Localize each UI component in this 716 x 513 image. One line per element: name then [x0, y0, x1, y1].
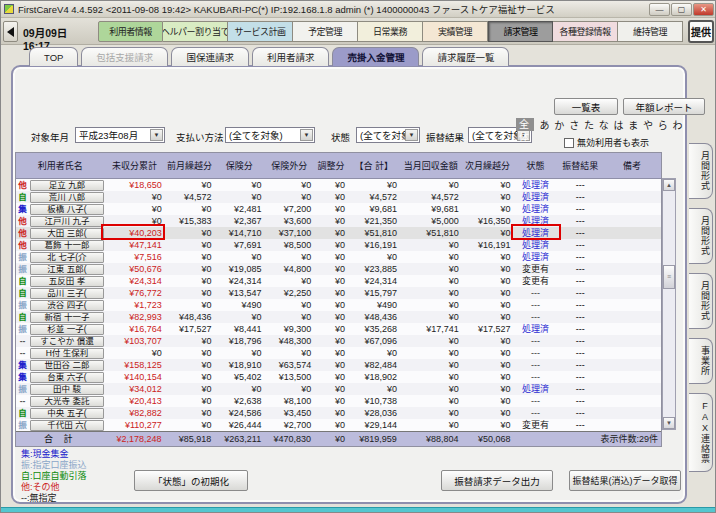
table-row[interactable]: 振渋谷 四子(¥1,723¥0¥490¥0¥0¥490¥0¥0------: [16, 299, 661, 311]
kana-filter-all[interactable]: 全体: [516, 118, 534, 131]
table-row[interactable]: 集世田谷 二郎¥158,125¥0¥18,910¥63,574¥0¥82,484…: [16, 359, 661, 371]
scrollbar-thumb[interactable]: ≡: [663, 265, 675, 289]
kana-filter-ま[interactable]: ま: [626, 117, 641, 132]
user-name-button[interactable]: 大田 三郎(: [30, 228, 104, 239]
provide-mode-button[interactable]: 提供: [688, 20, 714, 43]
toolbar-button-daily-work[interactable]: 日常業務: [358, 21, 423, 42]
tab-riyousha[interactable]: 利用者請求: [252, 47, 330, 66]
kana-filter-た[interactable]: た: [582, 117, 597, 132]
user-name-button[interactable]: 渋谷 四子(: [30, 300, 104, 311]
side-tab-fax[interactable]: FAX連絡票: [689, 393, 713, 472]
side-tab-monthly-1[interactable]: 月間形式: [689, 143, 713, 199]
user-name-button[interactable]: 杉並 一子(: [30, 324, 104, 335]
toolbar-button-registrations[interactable]: 各種登録情報: [553, 21, 618, 42]
user-name-button[interactable]: 江戸川 九子: [30, 216, 104, 227]
scroll-up-icon[interactable]: ▲: [663, 179, 675, 191]
user-name-button[interactable]: 千代田 六(: [30, 420, 104, 431]
transfer-result-cell: ---: [557, 239, 603, 251]
chevron-down-icon[interactable]: ▼: [300, 129, 313, 141]
kana-filter-な[interactable]: な: [596, 117, 611, 132]
note-cell: [603, 275, 661, 287]
side-tab-monthly-3[interactable]: 月間形式: [689, 273, 713, 329]
kana-filter-さ[interactable]: さ: [567, 117, 582, 132]
table-row[interactable]: 自中央 五子(¥82,882¥0¥24,586¥3,450¥0¥28,036¥0…: [16, 407, 661, 419]
transfer-result-import-button[interactable]: 振替結果(消込)データ取得: [569, 470, 681, 491]
table-row[interactable]: 集板橋 八子(¥0¥0¥2,481¥7,200¥0¥9,681¥9,681¥0処…: [16, 203, 661, 215]
table-row[interactable]: 自五反田 孝¥24,314¥0¥24,314¥0¥0¥24,314¥0¥0変更有…: [16, 275, 661, 287]
chevron-down-icon[interactable]: ▼: [405, 129, 418, 141]
user-name-button[interactable]: 台東 六子(: [30, 372, 104, 383]
user-name-button[interactable]: すこやか 償還: [30, 336, 104, 347]
close-button[interactable]: ✕: [693, 3, 714, 16]
adjustment-cell: ¥0: [314, 395, 348, 407]
user-name-button[interactable]: 品川 三子(: [30, 288, 104, 299]
table-row[interactable]: 他葛飾 十一郎¥47,141¥0¥7,691¥8,500¥0¥16,191¥0¥…: [16, 239, 661, 251]
scroll-down-icon[interactable]: ▼: [663, 417, 675, 429]
payment-method-select[interactable]: (全てを対象) ▼: [225, 127, 315, 143]
table-row[interactable]: 自品川 三子(¥76,772¥0¥13,547¥2,250¥0¥15,797¥0…: [16, 287, 661, 299]
table-row[interactable]: 振千代田 六(¥110,277¥0¥26,444¥2,700¥0¥29,144¥…: [16, 419, 661, 431]
toolbar-button-schedule[interactable]: 予定管理: [293, 21, 358, 42]
target-month-select[interactable]: 平成23年08月 ▼: [75, 127, 165, 143]
tab-top[interactable]: TOP: [29, 47, 78, 66]
non-insurance-cell: ¥3,600: [264, 215, 314, 227]
toolbar-button-maintenance[interactable]: 維持管理: [618, 21, 683, 42]
user-name-button[interactable]: 足立 九郎: [30, 180, 104, 191]
toolbar-button-results[interactable]: 実績管理: [423, 21, 488, 42]
user-name-button[interactable]: 板橋 八子(: [30, 204, 104, 215]
user-name-button[interactable]: 葛飾 十一郎: [30, 240, 104, 251]
status-init-button[interactable]: 「状態」の初期化: [134, 470, 248, 491]
collected-cell: ¥4,572: [400, 191, 462, 203]
table-row[interactable]: --H付 生保利¥0¥0¥0¥0¥0¥0¥0¥0------: [16, 347, 661, 359]
user-name-button[interactable]: 中央 五子(: [30, 408, 104, 419]
tab-kokuhoren[interactable]: 国保連請求: [171, 47, 249, 66]
table-row[interactable]: 振田中 駿¥34,012¥0¥0¥0¥0¥0¥0¥0処理済---: [16, 383, 661, 395]
transfer-result-cell: ---: [557, 203, 603, 215]
side-tab-monthly-2[interactable]: 月間形式: [689, 208, 713, 264]
annual-report-button[interactable]: 年額レポート: [623, 98, 705, 115]
user-name-button[interactable]: 北 七子(介: [30, 252, 104, 263]
table-row[interactable]: --大光寺 委託¥20,413¥0¥2,638¥8,100¥0¥10,738¥0…: [16, 395, 661, 407]
kana-filter-あ[interactable]: あ: [537, 117, 552, 132]
user-name-button[interactable]: 世田谷 二郎: [30, 360, 104, 371]
next-carryover-cell: ¥0: [462, 407, 514, 419]
status-cell: ---: [514, 287, 558, 299]
tab-urikake[interactable]: 売掛入金管理: [332, 47, 419, 66]
transfer-request-export-button[interactable]: 振替請求データ出力: [441, 470, 553, 491]
user-name-button[interactable]: 新宿 十一子: [30, 312, 104, 323]
table-row[interactable]: 他足立 九郎¥18,650¥0¥0¥0¥0¥0¥0¥0処理済---: [16, 179, 661, 191]
user-name-button[interactable]: H付 生保利: [30, 348, 104, 359]
table-row[interactable]: 振杉並 一子(¥16,764¥17,527¥8,441¥9,300¥0¥35,2…: [16, 323, 661, 335]
status-filter-select[interactable]: (全てを対象) ▼: [356, 127, 420, 143]
maximize-button[interactable]: ▢: [671, 3, 692, 16]
table-row[interactable]: 自新宿 十一子¥82,993¥48,436¥0¥0¥0¥48,436¥0¥0--…: [16, 311, 661, 323]
side-tab-office[interactable]: 事業所: [689, 338, 713, 384]
table-row[interactable]: 振江東 五郎(¥50,676¥0¥19,085¥4,800¥0¥23,885¥0…: [16, 263, 661, 275]
list-report-button[interactable]: 一覧表: [554, 98, 618, 115]
user-name-button[interactable]: 江東 五郎(: [30, 264, 104, 275]
toolbar-button-user-info[interactable]: 利用者情報: [98, 21, 163, 42]
toolbar-button-service-plan[interactable]: サービス計画: [228, 21, 293, 42]
kana-filter-わ[interactable]: わ: [670, 117, 685, 132]
table-row[interactable]: 振北 七子(介¥7,516¥0¥0¥0¥0¥0¥0¥0処理済---: [16, 251, 661, 263]
user-name-button[interactable]: 大光寺 委託: [30, 396, 104, 407]
chevron-down-icon[interactable]: ▼: [150, 129, 163, 141]
table-scrollbar[interactable]: ▲ ≡ ▼: [662, 178, 676, 430]
status-cell: ---: [514, 299, 558, 311]
toolbar-button-billing[interactable]: 請求管理: [488, 21, 553, 42]
table-row[interactable]: 自荒川 八郎¥0¥4,572¥0¥0¥0¥4,572¥4,572¥0処理済---: [16, 191, 661, 203]
minimize-button[interactable]: —: [649, 3, 670, 16]
back-arrow-button[interactable]: [3, 21, 18, 42]
table-row[interactable]: 集台東 六子(¥140,154¥0¥5,402¥13,500¥0¥18,902¥…: [16, 371, 661, 383]
user-name-button[interactable]: 荒川 八郎: [30, 192, 104, 203]
user-name-button[interactable]: 五反田 孝: [30, 276, 104, 287]
user-name-button[interactable]: 田中 駿: [30, 384, 104, 395]
kana-filter-や[interactable]: や: [641, 117, 656, 132]
kana-filter-か[interactable]: か: [552, 117, 567, 132]
kana-filter-ら[interactable]: ら: [655, 117, 670, 132]
table-row[interactable]: --すこやか 償還¥103,707¥0¥18,796¥48,300¥0¥67,0…: [16, 335, 661, 347]
show-inactive-checkbox[interactable]: [564, 138, 574, 148]
toolbar-button-helper-assign[interactable]: ヘルパー割り当て: [163, 21, 228, 42]
kana-filter-は[interactable]: は: [611, 117, 626, 132]
tab-rireki[interactable]: 請求履歴一覧: [422, 47, 509, 66]
